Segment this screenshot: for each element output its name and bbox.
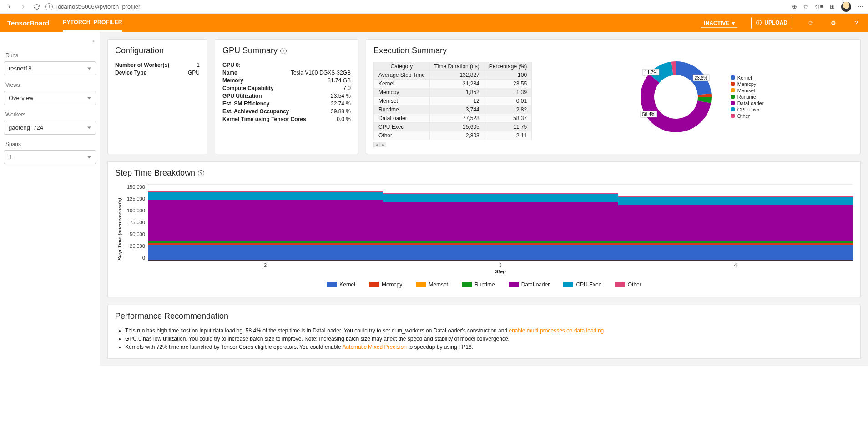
legend-item: Runtime — [731, 94, 764, 100]
table-header: Time Duration (us) — [429, 62, 484, 71]
tab-pytorch-profiler[interactable]: PYTORCH_PROFILER — [63, 14, 122, 32]
upload-button[interactable]: ⓘ UPLOAD — [751, 17, 792, 29]
table-row: Memset120.01 — [374, 97, 532, 105]
help-icon[interactable]: ? — [280, 48, 287, 54]
gpu-row: Memory31.74 GB — [222, 77, 351, 84]
performance-title: Performance Recommendation — [115, 311, 853, 321]
svg-text:58.4%: 58.4% — [642, 112, 655, 117]
y-axis-label: Step Time (microseconds) — [115, 184, 124, 274]
execution-summary-title: Execution Summary — [373, 46, 532, 55]
runs-select[interactable]: resnet18 — [4, 61, 96, 75]
main-content: Configuration Number of Worker(s)1Device… — [100, 32, 868, 366]
execution-table: CategoryTime Duration (us)Percentage (%)… — [373, 62, 532, 140]
configuration-card: Configuration Number of Worker(s)1Device… — [107, 39, 207, 154]
legend-item: Memset — [731, 88, 764, 93]
reading-list-icon[interactable]: ✩≡ — [815, 3, 823, 10]
execution-donut-chart: 23.6%58.4%11.7% — [631, 51, 722, 142]
spans-select[interactable]: 1 — [4, 150, 96, 164]
svg-text:23.6%: 23.6% — [695, 75, 707, 80]
table-header: Category — [374, 62, 430, 71]
x-axis-label: Step — [148, 269, 853, 274]
reload-button[interactable] — [32, 2, 42, 12]
donut-legend: KernelMemcpyMemsetRuntimeDataLoaderCPU E… — [731, 74, 764, 120]
forward-button[interactable] — [18, 2, 28, 12]
table-row: Kernel31,28423.55 — [374, 80, 532, 88]
gpu-row: Est. SM Efficiency22.74 % — [222, 100, 351, 107]
legend-item[interactable]: Runtime — [462, 281, 495, 288]
breakdown-title: Step Time Breakdown? — [115, 168, 853, 178]
views-select[interactable]: Overview — [4, 91, 96, 105]
legend-item: Memcpy — [731, 81, 764, 87]
help-icon[interactable]: ? — [852, 18, 861, 27]
svg-text:11.7%: 11.7% — [645, 70, 657, 75]
table-header: Percentage (%) — [484, 62, 531, 71]
recommendation-item: GPU 0 has low utilization. You could try… — [125, 336, 853, 342]
gpu-header: GPU 0: — [222, 62, 241, 68]
table-row: Runtime3,7442.82 — [374, 105, 532, 114]
profile-avatar[interactable] — [841, 2, 851, 12]
gpu-row: Compute Capability7.0 — [222, 85, 351, 91]
legend-item: Other — [731, 113, 764, 119]
recommendation-item: Kernels with 72% time are launched by Te… — [125, 344, 853, 350]
collections-icon[interactable]: ⊞ — [830, 3, 835, 10]
step-breakdown-card: Step Time Breakdown? Step Time (microsec… — [107, 161, 861, 297]
gpu-row: GPU Utilization23.54 % — [222, 93, 351, 99]
sidebar: ‹ Runs resnet18 Views Overview Workers g… — [0, 32, 100, 366]
refresh-icon[interactable]: ⟳ — [806, 18, 815, 27]
table-row: DataLoader77,52858.37 — [374, 114, 532, 123]
site-info-icon[interactable]: i — [45, 3, 53, 10]
app-header: TensorBoard PYTORCH_PROFILER INACTIVE ▾ … — [0, 14, 868, 32]
recommendation-link[interactable]: enable multi-processes on data loading — [509, 327, 604, 334]
chevron-down-icon: ▾ — [732, 20, 735, 26]
spans-label: Spans — [5, 141, 94, 147]
status-selector[interactable]: INACTIVE ▾ — [701, 18, 737, 28]
configuration-title: Configuration — [115, 46, 200, 55]
stacked-bar-chart — [148, 184, 853, 261]
more-icon[interactable]: ⋯ — [858, 3, 863, 10]
legend-item: DataLoader — [731, 100, 764, 106]
legend-item[interactable]: Memset — [416, 281, 448, 288]
legend-item[interactable]: Kernel — [327, 281, 355, 288]
y-ticks: 150,000125,000100,00075,00050,00025,0000 — [124, 184, 148, 261]
execution-summary-card: Execution Summary CategoryTime Duration … — [366, 39, 861, 154]
recommendation-link[interactable]: Automatic Mixed Precision — [342, 344, 406, 350]
workers-label: Workers — [5, 111, 94, 118]
bar-step-2 — [148, 184, 383, 260]
workers-select[interactable]: gaoteng_724 — [4, 121, 96, 135]
table-row: Memcpy1,8521.39 — [374, 88, 532, 97]
help-icon[interactable]: ? — [198, 170, 204, 176]
table-row: Average Step Time132,827100 — [374, 71, 532, 80]
x-ticks: 234 — [148, 262, 853, 268]
bar-step-4 — [618, 184, 853, 260]
legend-item: CPU Exec — [731, 107, 764, 112]
back-button[interactable] — [5, 2, 15, 12]
legend-item[interactable]: Memcpy — [369, 281, 402, 288]
url-text[interactable]: localhost:6006/#pytorch_profiler — [56, 3, 140, 10]
browser-toolbar: i localhost:6006/#pytorch_profiler ⊕ ✩ ✩… — [0, 0, 868, 14]
legend-item[interactable]: DataLoader — [509, 281, 550, 288]
runs-label: Runs — [5, 52, 94, 59]
table-row: Other2,8032.11 — [374, 131, 532, 140]
app-logo: TensorBoard — [7, 19, 49, 27]
table-pager[interactable]: ◂▸ — [373, 142, 386, 147]
sidebar-collapse-button[interactable]: ‹ — [4, 35, 96, 46]
recommendation-item: This run has high time cost on input dat… — [125, 327, 853, 334]
favorite-icon[interactable]: ✩ — [803, 3, 808, 10]
bar-legend: KernelMemcpyMemsetRuntimeDataLoaderCPU E… — [115, 281, 853, 288]
legend-item[interactable]: CPU Exec — [563, 281, 601, 288]
gpu-row: Est. Achieved Occupancy39.88 % — [222, 108, 351, 115]
gpu-row: NameTesla V100-DGXS-32GB — [222, 70, 351, 76]
settings-icon[interactable]: ⚙ — [829, 18, 838, 27]
legend-item: Kernel — [731, 75, 764, 80]
gpu-row: Kernel Time using Tensor Cores0.0 % — [222, 116, 351, 122]
bar-step-3 — [383, 184, 618, 260]
config-row: Device TypeGPU — [115, 70, 200, 76]
views-label: Views — [5, 82, 94, 88]
gpu-summary-title: GPU Summary? — [222, 46, 351, 55]
config-row: Number of Worker(s)1 — [115, 62, 200, 68]
performance-card: Performance Recommendation This run has … — [107, 305, 861, 359]
gpu-summary-card: GPU Summary? GPU 0: NameTesla V100-DGXS-… — [215, 39, 358, 154]
zoom-icon[interactable]: ⊕ — [792, 3, 797, 10]
legend-item[interactable]: Other — [615, 281, 641, 288]
table-row: CPU Exec15,60511.75 — [374, 123, 532, 131]
